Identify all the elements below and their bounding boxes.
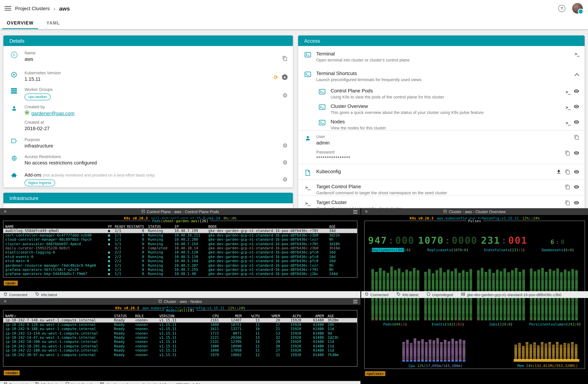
terminal-footer: Connectedk9s:latestUnprivilegedgke-dev-g… [0,381,360,384]
column-header[interactable]: VERSION [159,314,200,318]
close-icon[interactable]: × [4,298,7,305]
column-header[interactable]: NODE [208,224,329,229]
table-row[interactable]: ip-10-242-7-148.eu-west-1.compute.intern… [3,318,357,323]
column-header[interactable]: NAME↑ [5,314,114,318]
column-header[interactable]: ROLE [135,314,159,318]
open-terminal-button[interactable]: >_ [575,51,579,57]
column-header[interactable]: IP [174,224,208,229]
launch-terminal-button[interactable]: >_ [566,105,570,110]
pulse-bar [455,341,458,362]
eye-icon[interactable] [574,119,579,126]
column-header[interactable]: STATUS [148,224,174,229]
eye-icon[interactable] [574,169,579,176]
column-header[interactable]: STATUS [114,314,135,318]
table-row[interactable]: ip-10-242-22-180.eu-west-1.compute.inter… [3,348,357,353]
table-row[interactable]: grafana-operators-bkp-544456d5c7-f9m67●1… [3,272,357,276]
copy-icon[interactable] [565,200,570,207]
avatar[interactable] [572,3,583,14]
column-header[interactable]: AMEM [301,314,324,318]
update-available-icon[interactable]: ⟳ [274,74,278,80]
created-by-link[interactable]: gardener@sap.com [24,110,74,117]
pulse-display-replicasets[interactable]: 1070:0000Replicasets(1070:0) [418,229,478,252]
pulse-display-daemonsets[interactable]: 6:0Daemonsets(6:0) [531,229,585,252]
table-row[interactable]: etcd-events-0●2/20Running10.40.5.110gke-… [3,255,357,259]
table-row[interactable]: ip-10-242-30-97.eu-west-1.compute.intern… [3,353,357,357]
addon-chip[interactable]: Nginx Ingress [24,180,55,186]
table-row[interactable]: gardener-resource-manager-74dc48cbc9-94g… [3,263,357,267]
gear-icon[interactable]: ⚙ [283,177,288,182]
launch-terminal-button[interactable]: >_ [566,120,570,125]
pulse-display-statefulsets[interactable]: 231:001Statefulsets(231:1) [478,229,531,252]
eye-icon[interactable] [574,104,579,111]
table-row[interactable]: ip-10-242-9-128.eu-west-1.compute.intern… [3,323,357,327]
column-header[interactable]: ACPU [280,314,301,318]
tag-icon [397,292,400,297]
close-icon[interactable]: × [4,208,7,215]
table-row[interactable]: ip-10-242-18-201.eu-west-1.compute.inter… [3,344,357,348]
copy-icon[interactable] [574,135,579,141]
column-header[interactable]: AGE [324,314,357,318]
terminal-icon [318,88,325,94]
table-row[interactable]: ip-10-242-9-188.eu-west-1.compute.intern… [3,327,357,331]
table-row[interactable]: daily-curator-1595225220-6b9zl0/10Comple… [3,246,357,250]
column-header[interactable]: RESTARTS [127,224,148,229]
column-header[interactable]: %MEM [260,314,280,318]
table-cell: 32 [260,335,280,340]
gear-icon[interactable]: ⚙ [283,142,288,149]
menu-icon[interactable] [353,210,357,213]
gear-icon[interactable]: ⚙ [283,92,288,99]
copy-icon[interactable] [565,169,570,176]
column-header[interactable]: CPU [200,314,219,318]
table-cell: 61480 [301,331,324,335]
copy-icon[interactable] [565,150,570,157]
breadcrumb[interactable]: Project Clusters [15,5,50,11]
eye-icon[interactable] [574,200,579,207]
help-icon[interactable]: ? [558,5,565,12]
table-cell: 12395 [219,340,242,344]
table-row[interactable]: elasticsearch-logging-0●2/20Running10.40… [3,250,357,255]
table-row[interactable]: cert-controller-manager-6c4f77fddd-nzb98… [3,233,357,237]
table-cell: etcd-main-0 [5,259,108,263]
table-row[interactable]: ip-10-242-13-154.eu-west-1.compute.inter… [3,331,357,335]
pulse-chart-mem[interactable]: Mem 24%(132,811Mi/553,320Mi) [514,329,582,368]
column-header[interactable]: READY [115,224,127,229]
column-header[interactable]: PF [108,224,115,229]
table-cell: 0 [127,237,148,242]
target-control-plane-row: >_ Target Control Plane Gardenctl comman… [298,180,585,195]
eye-icon[interactable] [574,184,579,191]
pulse-chart-cpu[interactable]: Cpu 12%(17,695m/143,280m) [401,329,469,368]
version-upgrade-icon[interactable]: ▲ [282,74,288,80]
copy-icon[interactable] [282,56,288,63]
pulse-display-deployments[interactable]: 947:000Deployments(947:0) [365,229,418,252]
download-icon[interactable] [556,169,562,176]
terminal-shortcuts-row[interactable]: Terminal Shortcuts Launch preconfigured … [298,66,585,84]
column-header[interactable]: %CPU [242,314,260,318]
tab-yaml[interactable]: YAML [40,17,66,29]
menu-icon[interactable] [353,300,357,303]
eye-icon[interactable] [574,150,579,157]
table-row[interactable]: cloud-controller-manager-88c89f8b5-fkpch… [3,237,357,242]
launch-terminal-button[interactable]: >_ [566,89,570,95]
tab-overview[interactable]: OVERVIEW [1,17,40,29]
password-label: Password [316,150,351,154]
table-cell: 10.40.7.154 [174,242,208,246]
table-cell: auditlog-558ddfcd49-q9mdl [5,229,108,233]
table-cell: 13 [242,318,260,323]
close-icon[interactable]: × [365,208,368,215]
column-header[interactable]: MEM [219,314,242,318]
table-row[interactable]: auditlog-558ddfcd49-q9mdl●1/10Running10.… [3,229,357,233]
chevron-up-icon[interactable] [574,71,579,78]
table-row[interactable]: etcd-main-0●2/20Running10.40.5.104gke-de… [3,259,357,263]
table-row[interactable]: cluster-autoscaler-666f6bbb97-4pmzd●1/10… [3,242,357,246]
worker-group-chip[interactable]: cpu-worker [24,94,51,100]
table-row[interactable]: grafana-operators-5bfcfc58cf-w2s24●1/10R… [3,267,357,272]
column-header[interactable]: AGE [329,224,357,229]
table-row[interactable]: ip-10-242-18-200.eu-west-1.compute.inter… [3,340,357,344]
copy-icon[interactable] [565,184,570,191]
table-row[interactable]: ip-10-242-14-47.eu-west-1.compute.intern… [3,335,357,340]
column-header[interactable]: NAME [5,224,108,229]
gear-icon[interactable]: ⚙ [283,160,288,166]
eye-icon[interactable] [574,88,579,95]
table-cell: gke-dev-garden-gcp-n1-standard-16-poo-d8… [208,250,329,255]
hamburger-menu-icon[interactable] [4,6,11,11]
